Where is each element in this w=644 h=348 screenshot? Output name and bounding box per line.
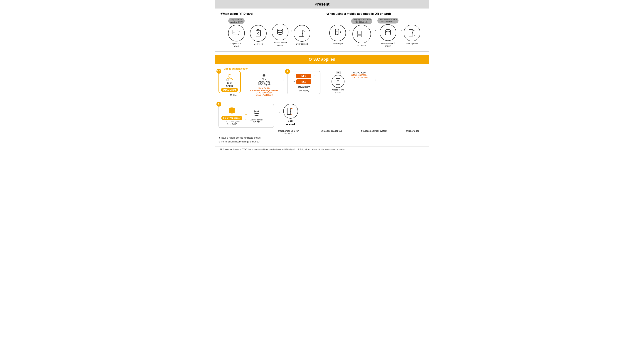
- otac-server-badge: 1-2 OTAC Server: [222, 116, 242, 120]
- acs-label: Access control system: [272, 41, 288, 46]
- door-open-icon: [294, 25, 310, 42]
- r-door-open-icon: [404, 24, 420, 41]
- mobile-auth-label: Mobile authentication: [224, 67, 248, 70]
- svg-point-7: [278, 29, 283, 31]
- otac-code-2: OTAC : A73H38D3: [256, 94, 272, 96]
- step-label-5: ⑤ Access control system: [360, 130, 388, 135]
- rfid-badge: Copied RFIDvalue(ex) 12345: [228, 18, 244, 24]
- arrow-to-door: →: [276, 110, 282, 115]
- svg-text:RF: RF: [233, 32, 235, 33]
- svg-point-20: [385, 30, 390, 31]
- svg-point-38: [290, 111, 291, 112]
- svg-point-36: [254, 112, 259, 114]
- present-left: ·When using RFID card Copied RFIDvalue(e…: [218, 12, 322, 48]
- right-flow: x NFC Mobile app → Using copied fixed: [326, 18, 424, 47]
- svg-text:NFC: NFC: [336, 31, 338, 32]
- flow-item-doorlock: placeholder Door lock: [250, 20, 266, 45]
- user-avatar-icon: [226, 73, 234, 81]
- mobile-label: Mobile: [230, 94, 236, 96]
- nfc-converter-label: Door lock: [358, 44, 366, 47]
- door-lock-icon: [250, 25, 266, 42]
- ble-button: BLE: [296, 79, 311, 84]
- flow-item-mobile: x NFC Mobile app: [329, 20, 346, 45]
- r-server-icon: [380, 24, 396, 41]
- nfc-label: NFC: [262, 78, 266, 80]
- small-arrow-nfc-out: →: [312, 74, 315, 78]
- dots-1: .: [264, 96, 264, 98]
- flow-item-r-acs: Using copied fixed valueAES-256 etc MFA …: [378, 18, 398, 47]
- present-header: Present: [215, 0, 430, 8]
- server-icon: [272, 24, 288, 40]
- nfc-key-block: NFC OTAC Key (NFC Signal) 'John Smith' C…: [250, 73, 278, 98]
- svg-point-33: [229, 110, 234, 111]
- r-arrow-3: →: [398, 28, 404, 33]
- step3-dots: .: [359, 78, 360, 81]
- nfc-converter-icon: NFC-RF Converter RF Converter: [352, 25, 371, 43]
- step2-block: 2 → NFC → → BLE → OTAC Key (RF Signal): [287, 71, 320, 94]
- svg-point-23: [412, 32, 413, 33]
- otac-key-info: OTAC Key OTAC : 00001234 OTAC : A73H38D3…: [348, 71, 370, 81]
- svg-text:Converter: Converter: [358, 35, 361, 36]
- door-opened-block: Door opened: [283, 104, 298, 126]
- flow-item-nfc-converter: Using copied fixed valueAES-256 etc MFA …: [351, 18, 372, 47]
- ac-db-label: Access control (HR DB): [249, 118, 264, 124]
- svg-text:Converter: Converter: [358, 32, 360, 33]
- svg-point-21: [385, 31, 390, 33]
- rf-label-badge: RF: [336, 71, 340, 74]
- acr-block: RF Access control reader: [330, 71, 346, 94]
- arrow-2: →: [266, 29, 272, 33]
- otac-server-block: 1-2 OTAC Server OTAC -> Recognises'John …: [221, 106, 243, 126]
- otac-key-sub: (NFC Signal): [258, 83, 270, 86]
- svg-rect-28: [336, 78, 340, 84]
- step3-otac2: OTAC : A73H38D3: [351, 76, 368, 78]
- right-arrow-icon: →: [244, 112, 248, 116]
- flow-item-rfid: Copied RFIDvalue(ex) 12345 RF Copied RFI…: [228, 18, 245, 48]
- john-smith-label: 'John Smith': [258, 87, 270, 89]
- flow-item-acs: placeholder Access control system: [272, 19, 288, 46]
- r-arrow-2: →: [372, 28, 378, 33]
- step2-key-sub: (RF Signal): [299, 89, 309, 92]
- continues-label: Continues to change in code: [250, 89, 278, 92]
- svg-point-34: [229, 111, 234, 113]
- rfid-card-icon: RF: [228, 25, 245, 42]
- step-label-4: ④ Mobile-reader tag: [321, 130, 342, 135]
- otac-server-desc: OTAC -> Recognises'John Smith': [223, 120, 240, 126]
- otac-server-db-icon: [227, 106, 236, 116]
- bottom-notes: ① Issue a mobile access certificate or c…: [215, 135, 430, 145]
- acr-icon: [332, 75, 344, 88]
- left-flow: Copied RFIDvalue(ex) 12345 RF Copied RFI…: [220, 18, 318, 48]
- svg-point-8: [278, 31, 283, 32]
- r-acs-label: Access control system: [380, 42, 396, 47]
- mobile-label: Mobile app: [333, 42, 343, 45]
- note-2: ② Personal identification (fingerprint, …: [218, 140, 426, 144]
- step2-nfc-row: → NFC →: [292, 74, 315, 78]
- step3-otac-key-title: OTAC Key: [353, 71, 366, 74]
- flow-item-door-open: placeholder Door opened: [294, 20, 310, 45]
- left-subtitle: ·When using RFID card: [220, 12, 318, 16]
- r-arrow-1: →: [346, 28, 351, 33]
- arrow-3: →: [288, 29, 294, 33]
- arrow-to-step3: →: [372, 78, 378, 82]
- step3-block: 3 1-2 OTAC Server OTAC -> Recognises'Joh…: [218, 104, 274, 128]
- step-labels-row: ③ Generate NFC foraccess ④ Mobile-reader…: [215, 130, 430, 135]
- svg-point-4: [258, 32, 259, 34]
- step3-badge: 3: [216, 102, 221, 106]
- arrow-to-acr: →: [322, 78, 328, 82]
- present-right: ·When using a mobile app (mobile QR or c…: [322, 12, 426, 48]
- note-1: ① Issue a mobile access certificate or c…: [218, 136, 426, 140]
- doorlock-label: Door lock: [254, 42, 262, 45]
- arrow-to-step2: →: [280, 78, 285, 82]
- svg-rect-3: [256, 30, 260, 36]
- nfc-wifi-icon: [261, 73, 267, 78]
- left-arrow-icon: ←: [244, 117, 248, 121]
- step1-block: Mobile authentication 1-1 John Smith OTA…: [218, 67, 248, 96]
- mobile-device: 1-1 John Smith OTAC Client: [218, 71, 241, 93]
- user-name: John Smith: [226, 82, 233, 87]
- otac-key-title: OTAC Key: [258, 80, 270, 83]
- step2-key-title: OTAC Key: [298, 86, 310, 88]
- nfc-button: NFC: [296, 74, 311, 78]
- small-arrow-ble: →: [292, 80, 295, 83]
- mobile-icon: NFC: [329, 24, 346, 41]
- double-arrows: → ←: [244, 112, 248, 121]
- svg-point-35: [254, 110, 259, 112]
